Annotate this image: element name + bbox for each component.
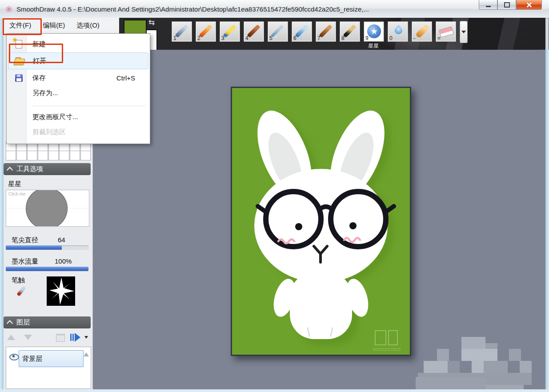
minimize-button[interactable] bbox=[479, 0, 497, 10]
toolbar-dropdown-button[interactable] bbox=[460, 21, 468, 43]
layer-menu-caret-icon[interactable] bbox=[84, 336, 88, 339]
layer-properties-button[interactable] bbox=[56, 334, 65, 342]
marker-icon bbox=[223, 24, 236, 38]
ink-pen-icon bbox=[247, 24, 260, 38]
tool-number: 0 bbox=[389, 35, 393, 41]
smoothdraw-window: ❀ SmoothDraw 4.0.5 - E:\Document And Set… bbox=[0, 0, 549, 392]
window-controls bbox=[479, 0, 542, 10]
palette-row[interactable] bbox=[6, 151, 91, 160]
tool-water-button[interactable]: 0 bbox=[388, 21, 408, 42]
tool-pen-button[interactable]: 1 bbox=[172, 21, 192, 42]
pen-icon bbox=[175, 24, 188, 38]
nib-slider-fill bbox=[6, 245, 62, 250]
star-texture-icon bbox=[47, 276, 75, 306]
menu-separator bbox=[32, 106, 145, 106]
tool-number: = bbox=[437, 35, 441, 41]
app-flower-icon: ❀ bbox=[5, 5, 12, 13]
close-icon bbox=[526, 2, 532, 8]
menu-item-save-as[interactable]: 另存为... bbox=[8, 85, 148, 100]
tool-options-title: 工具选项 bbox=[16, 165, 43, 173]
tool-spray-fan-button[interactable]: 6 bbox=[292, 21, 312, 42]
tool-number: 7 bbox=[317, 35, 321, 41]
menu-edit[interactable]: 编辑(E) bbox=[37, 19, 71, 32]
finger-smudge-icon bbox=[415, 24, 430, 38]
menu-options[interactable]: 选项(O) bbox=[71, 19, 105, 32]
window-title: SmoothDraw 4.0.5 - E:\Document And Setti… bbox=[16, 5, 369, 13]
flow-slider-fill bbox=[6, 267, 88, 271]
maximize-icon bbox=[504, 2, 510, 8]
scroll-up-icon[interactable] bbox=[84, 352, 89, 356]
layer-move-down-button[interactable] bbox=[24, 335, 32, 340]
minimize-icon bbox=[486, 6, 491, 7]
ink-flow-slider[interactable] bbox=[6, 267, 88, 271]
layers-title: 图层 bbox=[16, 318, 30, 327]
layer-merge-button[interactable] bbox=[70, 333, 82, 342]
tool-number: - bbox=[413, 35, 415, 41]
nib-diameter-label: 笔尖直径 bbox=[12, 236, 38, 244]
preview-hint: Click me bbox=[8, 192, 25, 196]
menu-item-crop-to-selection[interactable]: 剪裁到选区 bbox=[8, 124, 148, 140]
tool-number: 4 bbox=[245, 35, 248, 41]
tool-number: 5 bbox=[269, 35, 272, 41]
layers-list[interactable]: 背景层 bbox=[6, 347, 91, 389]
rabbit-drawing bbox=[232, 88, 410, 355]
water-drop-icon bbox=[393, 25, 404, 36]
tool-number: 1 bbox=[173, 35, 176, 41]
ink-flow-value: 100% bbox=[55, 257, 72, 265]
save-floppy-icon bbox=[15, 74, 23, 82]
tool-number: 6 bbox=[293, 35, 297, 41]
maximize-button[interactable] bbox=[497, 0, 516, 10]
collapse-icon bbox=[7, 167, 13, 173]
chevron-down-icon bbox=[461, 31, 466, 33]
save-shortcut: Ctrl+S bbox=[116, 74, 135, 82]
window-border-right bbox=[545, 50, 549, 392]
current-tool-name: 星星 bbox=[8, 180, 21, 188]
round-brush-icon bbox=[319, 24, 332, 38]
menu-item-resize-board[interactable]: 更改画板尺寸... bbox=[8, 109, 148, 124]
drawing-canvas[interactable] bbox=[231, 87, 411, 356]
tool-star-button[interactable]: ★ 9 bbox=[364, 21, 384, 42]
annotation-box-open-item bbox=[9, 44, 63, 63]
nib-diameter-value: 64 bbox=[58, 236, 65, 244]
ink-flow-label: 墨水流量 bbox=[12, 257, 38, 266]
ink-brush-icon bbox=[343, 24, 356, 38]
workspace bbox=[92, 50, 545, 389]
layer-move-up-button[interactable] bbox=[7, 335, 15, 340]
tool-marker-button[interactable]: 3 bbox=[220, 21, 240, 42]
tool-number: 2 bbox=[197, 35, 200, 41]
tool-ink-brush-button[interactable]: 8 bbox=[340, 21, 360, 42]
layer-toolbar bbox=[4, 332, 91, 345]
layer-visibility-eye-icon[interactable] bbox=[9, 354, 19, 360]
stroke-brush-icon bbox=[16, 286, 26, 296]
close-button[interactable] bbox=[516, 0, 542, 10]
tool-options-header[interactable]: 工具选项 bbox=[4, 163, 91, 175]
tool-number: 3 bbox=[221, 35, 224, 41]
tool-ink-pen-button[interactable]: 4 bbox=[244, 21, 264, 42]
swap-colors-icon[interactable]: ⇆ bbox=[148, 18, 155, 27]
tool-bar: ⇆ 1 2 3 4 5 6 7 bbox=[119, 18, 545, 50]
layer-row-background[interactable]: 背景层 bbox=[19, 350, 84, 367]
title-bar[interactable]: ❀ SmoothDraw 4.0.5 - E:\Document And Set… bbox=[0, 0, 549, 18]
star-tool-icon: ★ bbox=[367, 24, 381, 38]
nib-diameter-slider[interactable] bbox=[6, 245, 88, 250]
pencil-icon bbox=[199, 24, 212, 38]
tool-pencil-button[interactable]: 2 bbox=[196, 21, 216, 42]
tool-eraser-button[interactable]: = bbox=[436, 21, 456, 42]
stroke-label: 笔触 bbox=[12, 276, 25, 284]
annotation-box-file-menu bbox=[3, 18, 42, 35]
menu-item-save[interactable]: 保存 Ctrl+S bbox=[8, 70, 148, 85]
tool-smudge-button[interactable]: - bbox=[412, 21, 432, 42]
collapse-icon bbox=[7, 320, 13, 326]
stroke-texture-swatch[interactable] bbox=[47, 276, 75, 306]
eraser-icon bbox=[439, 26, 454, 38]
window-border-bottom bbox=[0, 389, 549, 392]
layers-header[interactable]: 图层 bbox=[4, 316, 91, 328]
tool-airbrush-button[interactable]: 5 bbox=[268, 21, 288, 42]
canvas-watermark bbox=[373, 331, 400, 350]
tool-number: 9 bbox=[365, 35, 369, 41]
brush-preview-box[interactable]: Click me bbox=[6, 190, 89, 227]
layer-name: 背景层 bbox=[22, 355, 42, 363]
tool-round-brush-button[interactable]: 7 bbox=[316, 21, 336, 42]
star-glyph: ★ bbox=[370, 26, 378, 36]
tool-number: 8 bbox=[341, 35, 345, 41]
